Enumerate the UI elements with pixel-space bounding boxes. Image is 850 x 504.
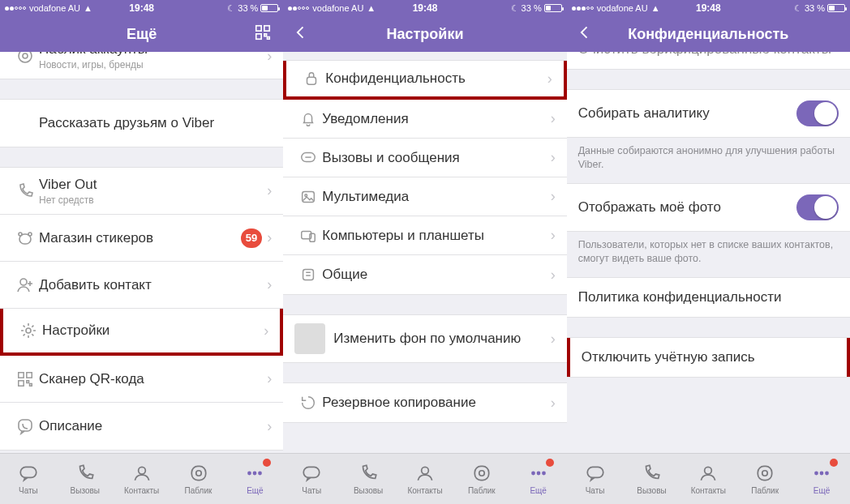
list-item[interactable]: Паблик аккаунтыНовости, игры, бренды › (0, 52, 283, 79)
status-bar: vodafone AU ▲ 19:48 ☾ 33 % (0, 0, 283, 16)
chat-icon (294, 149, 322, 167)
tab-public[interactable]: Паблик (736, 454, 793, 504)
tell-friends-row[interactable]: Рассказать друзьям о Viber (0, 100, 283, 147)
chevron-right-icon: › (264, 322, 268, 340)
tab-calls[interactable]: Вызовы (624, 454, 680, 504)
back-button[interactable] (577, 23, 593, 45)
public-icon (11, 52, 39, 66)
svg-rect-35 (587, 467, 603, 477)
screen-settings: vodafone AU ▲ 19:48 ☾ 33 % Настройки Кон… (283, 0, 566, 504)
tab-bar: Чаты Вызовы Контакты Паблик Ещё (283, 453, 566, 504)
back-button[interactable] (293, 23, 309, 45)
svg-rect-21 (307, 77, 316, 84)
tab-contacts[interactable]: Контакты (397, 454, 453, 504)
settings-row[interactable]: Настройки › (0, 309, 283, 356)
tab-bar: Чаты Вызовы Контакты Паблик Ещё (567, 453, 850, 504)
svg-point-20 (258, 472, 262, 476)
tab-chats[interactable]: Чаты (0, 454, 57, 504)
svg-rect-11 (27, 372, 32, 377)
svg-point-9 (26, 328, 31, 333)
chevron-right-icon: › (267, 276, 272, 293)
svg-point-32 (531, 472, 535, 476)
sticker-store-row[interactable]: Магазин стикеров 59 › (0, 215, 283, 262)
backup-row[interactable]: Резервное копирование › (283, 383, 566, 422)
analytics-row[interactable]: Собирать аналитику (567, 90, 850, 137)
svg-rect-16 (191, 466, 205, 480)
wallpaper-row[interactable]: Изменить фон по умолчанию › (283, 315, 566, 362)
status-bar: vodafone AU ▲ 19:48 ☾ 33 % (283, 0, 566, 16)
devices-row[interactable]: Компьютеры и планшеты › (283, 216, 566, 255)
qr-scanner-row[interactable]: Сканер QR-кода › (0, 356, 283, 403)
bell-icon (294, 110, 322, 128)
page-title: Настройки (387, 26, 464, 43)
svg-point-17 (195, 471, 201, 476)
footer-text: Данные собираются анонимно для улучшения… (567, 138, 850, 183)
svg-point-38 (762, 471, 768, 476)
svg-rect-12 (19, 380, 24, 385)
devices-icon (294, 227, 322, 245)
tab-more[interactable]: Ещё (793, 454, 850, 504)
page-title: Конфиденциальность (628, 26, 788, 43)
tab-calls[interactable]: Вызовы (57, 454, 114, 504)
chevron-right-icon: › (267, 52, 272, 65)
notifications-row[interactable]: Уведомления › (283, 100, 566, 139)
svg-point-39 (814, 472, 818, 476)
tab-more[interactable]: Ещё (226, 454, 283, 504)
viber-icon (11, 416, 39, 436)
chevron-right-icon: › (547, 70, 552, 88)
nav-bar: Конфиденциальность (567, 16, 850, 52)
show-photo-row[interactable]: Отображать моё фото (567, 184, 850, 231)
chevron-right-icon: › (267, 182, 272, 199)
svg-rect-1 (264, 26, 269, 31)
chevron-right-icon: › (551, 227, 556, 244)
viber-out-row[interactable]: Viber OutНет средств › (0, 168, 283, 215)
svg-point-36 (705, 467, 712, 474)
svg-rect-27 (303, 270, 314, 280)
svg-point-18 (247, 472, 251, 476)
gear-icon (15, 321, 42, 340)
list-item[interactable]: Очистить верифицированные контакты (567, 52, 850, 69)
page-title: Ещё (127, 26, 157, 43)
svg-rect-14 (20, 467, 36, 477)
tab-public[interactable]: Паблик (453, 454, 510, 504)
chevron-right-icon: › (551, 267, 556, 284)
toggle-switch[interactable] (796, 100, 839, 126)
tab-bar: Чаты Вызовы Контакты Паблик Ещё (0, 453, 283, 504)
svg-point-34 (542, 472, 546, 476)
add-contact-row[interactable]: Добавить контакт › (0, 262, 283, 309)
svg-point-40 (820, 472, 824, 476)
image-icon (294, 188, 322, 206)
tab-chats[interactable]: Чаты (283, 454, 340, 504)
tab-contacts[interactable]: Контакты (114, 454, 170, 504)
screen-more: vodafone AU ▲ 19:48 ☾ 33 % Ещё Паблик ак… (0, 0, 283, 504)
qr-icon[interactable] (254, 23, 272, 45)
privacy-policy-row[interactable]: Политика конфиденциальности (567, 278, 850, 317)
svg-point-15 (138, 467, 145, 474)
qr-icon (11, 370, 39, 388)
about-row[interactable]: Описание › (0, 403, 283, 450)
screen-privacy: vodafone AU ▲ 19:48 ☾ 33 % Конфиденциаль… (567, 0, 850, 504)
svg-rect-7 (19, 234, 31, 244)
tab-calls[interactable]: Вызовы (340, 454, 397, 504)
svg-rect-13 (19, 420, 32, 431)
general-icon (294, 266, 322, 284)
adduser-icon (11, 275, 39, 295)
general-row[interactable]: Общие › (283, 255, 566, 294)
toggle-switch[interactable] (796, 194, 839, 220)
deactivate-account-row[interactable]: Отключить учётную запись (567, 338, 850, 377)
svg-rect-30 (474, 466, 488, 480)
privacy-row[interactable]: Конфиденциальность › (283, 61, 566, 100)
tab-public[interactable]: Паблик (170, 454, 227, 504)
tab-chats[interactable]: Чаты (567, 454, 624, 504)
svg-point-29 (422, 467, 429, 474)
chevron-right-icon: › (551, 188, 556, 205)
svg-rect-2 (256, 34, 261, 39)
media-row[interactable]: Мультимедиа › (283, 177, 566, 216)
chevron-right-icon: › (267, 370, 272, 387)
tab-more[interactable]: Ещё (510, 454, 567, 504)
chevron-right-icon: › (551, 395, 556, 412)
footer-text: Пользователи, которых нет в списке ваших… (567, 232, 850, 277)
tab-contacts[interactable]: Контакты (680, 454, 736, 504)
backup-icon (294, 394, 322, 412)
calls-messages-row[interactable]: Вызовы и сообщения › (283, 139, 566, 177)
